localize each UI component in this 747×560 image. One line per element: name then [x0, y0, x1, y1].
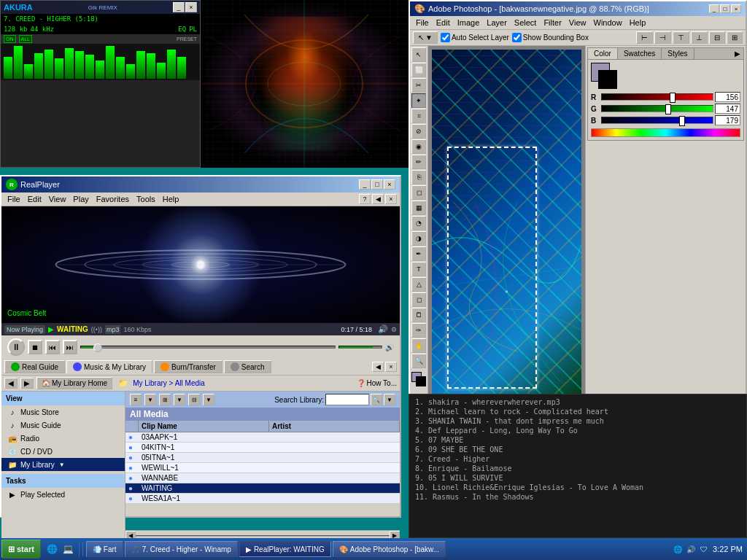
- ps-path-tool[interactable]: △: [411, 277, 426, 292]
- rp-sidebar-cddvd[interactable]: 💿 CD / DVD: [1, 445, 125, 458]
- rp-tab-musiclibrary[interactable]: Music & My Library: [66, 360, 152, 373]
- ps-panel-menu[interactable]: ▶: [732, 48, 743, 59]
- ps-eraser-tool[interactable]: ◻: [411, 185, 426, 200]
- ps-pen-tool[interactable]: ✒: [411, 246, 426, 261]
- ps-align-top[interactable]: ⊥: [691, 31, 708, 44]
- ps-menu-help[interactable]: Help: [627, 18, 649, 28]
- rp-window-close2[interactable]: ×: [385, 194, 397, 204]
- winamp-minimize[interactable]: _: [173, 2, 185, 12]
- rp-window-shrink[interactable]: ◀: [372, 194, 384, 204]
- rp-th-clipname[interactable]: Clip Name: [139, 421, 269, 432]
- rp-search-input[interactable]: [325, 394, 369, 405]
- rp-home-button[interactable]: 🏠 My Library Home: [36, 377, 112, 389]
- realplayer-maximize[interactable]: □: [371, 179, 383, 190]
- rp-sidebar-musicguide[interactable]: ♪ Music Guide: [1, 419, 125, 432]
- table-row[interactable]: ● 03AAPK~1: [125, 432, 400, 443]
- ps-menu-view[interactable]: View: [566, 18, 589, 28]
- rp-down-btn-2[interactable]: ▼: [174, 394, 185, 405]
- ps-align-center-v[interactable]: ⊟: [709, 31, 725, 44]
- ps-menu-filter[interactable]: Filter: [541, 18, 564, 28]
- winamp-eq-btn[interactable]: EQ: [178, 26, 186, 33]
- rp-sidebar-mylibrary[interactable]: 📁 My Library ▼: [1, 458, 125, 471]
- table-row[interactable]: ● WESA1A~1: [125, 494, 400, 504]
- rp-tab-expand[interactable]: ◀: [372, 362, 384, 372]
- rp-scroll-track[interactable]: [136, 535, 390, 537]
- ql-show-desktop-icon[interactable]: 💻: [61, 542, 76, 556]
- rp-grid-view-btn[interactable]: ⊟: [188, 394, 200, 405]
- list-item[interactable]: 11. Rasmus - In the Shadows: [412, 492, 743, 502]
- list-item[interactable]: 10. Lionel Richie&Enrique Iglesias - To …: [412, 483, 743, 492]
- ps-hand-tool[interactable]: ✋: [411, 338, 426, 353]
- ps-magic-wand-tool[interactable]: ✦: [411, 93, 426, 108]
- ps-bg-color[interactable]: [598, 70, 617, 89]
- list-item[interactable]: 9. 05 I WILL SURVIVE: [412, 473, 743, 483]
- table-row[interactable]: ● 04KITN~1: [125, 443, 400, 453]
- ps-selection-tool[interactable]: ↖: [411, 47, 426, 62]
- ps-menu-file[interactable]: File: [413, 18, 432, 28]
- rp-menu-view[interactable]: View: [46, 194, 69, 204]
- rp-menu-edit[interactable]: Edit: [25, 194, 44, 204]
- rp-sidebar-radio[interactable]: 📻 Radio: [1, 432, 125, 445]
- list-item[interactable]: 5. 07 MAYBE: [412, 435, 743, 445]
- winamp-all-btn[interactable]: ALL: [19, 35, 32, 43]
- table-row-selected[interactable]: ● WAITING: [125, 483, 400, 494]
- ps-align-right[interactable]: ⊤: [673, 31, 689, 44]
- rp-window-unknown[interactable]: ?: [359, 194, 371, 204]
- realplayer-minimize[interactable]: _: [359, 179, 371, 190]
- taskbar-realplayer-btn[interactable]: ▶ RealPlayer: WAITING: [239, 541, 331, 557]
- rp-down-btn-3[interactable]: ▼: [203, 394, 214, 405]
- ps-r-slider[interactable]: [601, 93, 713, 101]
- ps-maximize[interactable]: □: [720, 4, 730, 13]
- ps-menu-edit[interactable]: Edit: [433, 18, 453, 28]
- ps-gradient-tool[interactable]: ▦: [411, 201, 426, 215]
- list-item[interactable]: 6. 09 SHE BE THE ONE: [412, 445, 743, 454]
- ps-lasso-tool[interactable]: ✂: [411, 78, 426, 93]
- list-item[interactable]: 7. Creed - Higher: [412, 454, 743, 464]
- ql-ie-icon[interactable]: 🌐: [45, 542, 60, 556]
- ps-fg-bg-colors[interactable]: [411, 372, 426, 386]
- rp-tab-close[interactable]: ×: [385, 362, 397, 372]
- ps-move-tool-btn[interactable]: ↖ ▼: [413, 31, 438, 44]
- ps-close[interactable]: ×: [731, 4, 741, 13]
- ps-tab-styles[interactable]: Styles: [662, 48, 694, 59]
- ps-shape-tool[interactable]: ◻: [411, 292, 426, 307]
- ps-notes-tool[interactable]: 🗒: [411, 308, 426, 322]
- ps-minimize[interactable]: _: [709, 4, 719, 13]
- ps-menu-layer[interactable]: Layer: [484, 18, 510, 28]
- ps-fg-bg-swatches[interactable]: [591, 63, 617, 89]
- rp-sidebar-playselected[interactable]: ▶ Play Selected: [1, 488, 125, 501]
- ps-blur-tool[interactable]: ◔: [411, 216, 426, 230]
- list-item[interactable]: 2. Michael learn to rock - Complicated h…: [412, 407, 743, 416]
- ps-tab-color[interactable]: Color: [588, 48, 618, 59]
- ps-slice-tool[interactable]: ⊘: [411, 124, 426, 139]
- start-button[interactable]: ⊞ start: [1, 540, 41, 559]
- ps-crop-tool[interactable]: ⌗: [411, 109, 426, 123]
- table-row[interactable]: ● 05ITNA~1: [125, 453, 400, 463]
- ps-autoselect-checkbox[interactable]: [441, 33, 450, 42]
- winamp-pl-btn[interactable]: PL: [189, 26, 197, 33]
- ps-clone-tool[interactable]: ⎘: [411, 170, 426, 184]
- rp-menu-favorites[interactable]: Favorites: [93, 194, 132, 204]
- winamp-close[interactable]: ×: [185, 2, 197, 12]
- winamp-on-btn[interactable]: ON: [4, 35, 16, 43]
- rp-menu-file[interactable]: File: [4, 194, 23, 204]
- ps-marquee-tool[interactable]: ⬜: [411, 63, 426, 77]
- ps-r-value[interactable]: 156: [715, 92, 740, 102]
- ps-brush-tool[interactable]: ✏: [411, 155, 426, 169]
- ps-align-bottom[interactable]: ⊞: [727, 31, 743, 44]
- table-row[interactable]: ● WEWILL~1: [125, 463, 400, 473]
- list-item[interactable]: 3. SHANIA TWAIN - that dont impress me m…: [412, 416, 743, 426]
- ps-boundingbox-checkbox[interactable]: [512, 33, 522, 42]
- taskbar-photoshop-btn[interactable]: 🎨 Adobe Photoshop - [bakw...: [333, 541, 446, 557]
- rp-tab-search[interactable]: Search: [224, 360, 271, 373]
- list-item[interactable]: 4. Def Leppard - Long, Long Way To Go: [412, 426, 743, 435]
- realplayer-close[interactable]: ×: [384, 179, 395, 190]
- rp-down-btn[interactable]: ▼: [144, 394, 156, 405]
- rp-menu-play[interactable]: Play: [70, 194, 91, 204]
- ps-tab-swatches[interactable]: Swatches: [618, 48, 662, 59]
- taskbar-fart-btn[interactable]: 💨 Fart: [86, 541, 123, 557]
- ps-dodge-tool[interactable]: ◑: [411, 231, 426, 246]
- list-item[interactable]: 8. Enrique - Bailamose: [412, 464, 743, 473]
- ps-type-tool[interactable]: T: [411, 262, 426, 276]
- ps-menu-window[interactable]: Window: [591, 18, 625, 28]
